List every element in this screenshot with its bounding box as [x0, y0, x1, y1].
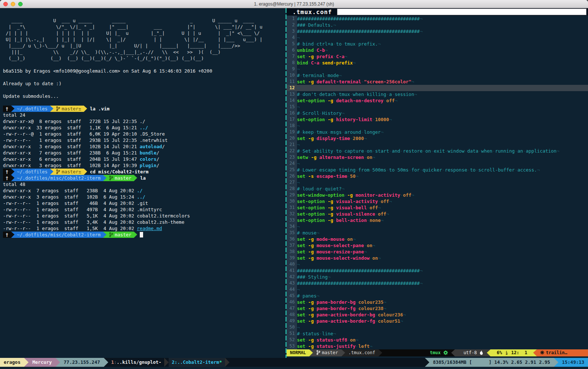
token-e: ¬: [372, 154, 375, 160]
vim-code-line[interactable]: 45#·panes¬: [287, 293, 588, 299]
vim-code-line[interactable]: 39set·-g·mouse-select-window·on¬: [287, 255, 588, 261]
token-c: #: [297, 186, 300, 192]
dir-slash: /: [162, 144, 165, 149]
vim-code-line[interactable]: 33set-option·-g·bell-action·none¬: [287, 217, 588, 223]
vim-code-line[interactable]: 42###·Styling¬: [287, 274, 588, 280]
minimize-button[interactable]: [11, 2, 15, 6]
vim-cursor-line[interactable]: 12¬: [287, 85, 588, 91]
token-e: ¬: [412, 192, 414, 198]
vim-code-line[interactable]: 41######################################…: [287, 267, 588, 274]
vim-code-line[interactable]: 9¬: [287, 66, 588, 72]
vim-code-line[interactable]: 3#######################################…: [287, 28, 588, 34]
vim-code-line[interactable]: 20set·-g·display-time·2000¬: [287, 135, 588, 142]
vim-code-line[interactable]: 25#·Lower·escape·timing·from·500ms·to·50…: [287, 167, 588, 173]
vim-code-line[interactable]: 50¬: [287, 324, 588, 330]
vim-code-line[interactable]: 28#·loud·or·quiet?¬: [287, 186, 588, 192]
token-c: loud: [303, 186, 314, 192]
vim-code-line[interactable]: 5#·bind·ctrl+a·to·tmux·prefix.¬: [287, 41, 588, 47]
vim-code-line[interactable]: 40¬: [287, 261, 588, 267]
powerline-arrow: [84, 106, 87, 112]
vim-code-line[interactable]: 29set-window-option·-g·monitor-activity·…: [287, 192, 588, 198]
vim-code-line[interactable]: 32set-option·-g·visual-silence·off¬: [287, 211, 588, 217]
line-number: 6: [287, 47, 297, 53]
vim-code-line[interactable]: 47set·-g·pane-border-fg·colour238¬: [287, 305, 588, 312]
vim-tab-tmux-conf[interactable]: .tmux.conf: [287, 9, 332, 16]
vim-code-line[interactable]: 48set·-g·pane-active-border-bg·colour236…: [287, 312, 588, 318]
space-dot: ·: [350, 136, 353, 141]
vim-code-line[interactable]: 26set·-s·escape-time·50¬: [287, 173, 588, 179]
vim-code-line[interactable]: 37set·-g·mouse-select-pane·on¬: [287, 242, 588, 249]
vim-code-line[interactable]: 30set-option·-g·visual-activity·off¬: [287, 198, 588, 205]
token-k: set-option: [297, 199, 325, 204]
shell-pane[interactable]: ____ U ___ u _____ _____ _ U _____ u ___…: [0, 8, 285, 358]
token-c: quicker: [423, 167, 442, 173]
line-number: 2: [287, 22, 297, 28]
vim-code-line[interactable]: 19#·keep·tmux·msgs·around·longer¬: [287, 129, 588, 135]
vim-code-line[interactable]: 15¬: [287, 104, 588, 110]
vim-code-line[interactable]: 17set-option·-g·history-limit·10000¬: [287, 116, 588, 123]
git-commit-line: b6a515b by Eragos <mfo1009@googlemail.co…: [3, 68, 212, 74]
terminal-cursor: [140, 232, 143, 237]
token-y: -g: [328, 205, 333, 210]
file-name[interactable]: readme.md: [137, 226, 162, 231]
vim-code-line[interactable]: 43######################################…: [287, 280, 588, 286]
vim-code-line[interactable]: 38set·-g·mouse-resize-pane¬: [287, 249, 588, 255]
vim-code-line[interactable]: 6unbind·C-b¬: [287, 47, 588, 53]
space-dot: ·: [336, 167, 339, 173]
vim-code-line[interactable]: 46set·-g·pane-border-bg·colour235¬: [287, 299, 588, 305]
vim-code-line[interactable]: 18¬: [287, 123, 588, 129]
close-button[interactable]: [3, 2, 8, 6]
line-number: 9: [287, 66, 297, 72]
vim-buffer[interactable]: 1#######################################…: [287, 16, 588, 349]
powerline-arrow: [225, 358, 229, 367]
vim-code-line[interactable]: 44¬: [287, 286, 588, 293]
vim-code-line[interactable]: 8bind·C-a·send-prefix¬: [287, 60, 588, 66]
vim-code-line[interactable]: 1#######################################…: [287, 16, 588, 22]
space-dot: ·: [314, 236, 317, 242]
vim-code-line[interactable]: 13#·don't·detach·tmux·when·killing·a·ses…: [287, 91, 588, 97]
vim-code-line[interactable]: 22#·Set·ability·to·capture·on·start·and·…: [287, 148, 588, 154]
line-number: 8: [287, 60, 297, 66]
token-k: set: [297, 136, 305, 141]
vim-code-line[interactable]: 7set·-g·prefix·C-a¬: [287, 53, 588, 60]
token-o: display-time: [317, 136, 350, 141]
vim-code-line[interactable]: 49set·-g·pane-active-border-fg·colour51¬: [287, 318, 588, 324]
space-dot: ·: [314, 306, 317, 311]
token-o: visual-bell: [336, 205, 367, 210]
vim-code-line[interactable]: 4¬: [287, 34, 588, 41]
tmux-window-1[interactable]: 1:..kills/gnuplot-: [108, 358, 164, 367]
zoom-button[interactable]: [18, 2, 23, 6]
token-e: ¬: [364, 249, 367, 255]
tmux-window-2[interactable]: 2:..Cobalt2-iterm*: [169, 358, 225, 367]
space-dot: ·: [319, 110, 322, 116]
vim-pane[interactable]: .tmux.conf 1############################…: [287, 8, 588, 358]
vim-code-line[interactable]: 52set·-g·status-utf8·on¬: [287, 337, 588, 343]
vim-code-line[interactable]: 21¬: [287, 142, 588, 148]
token-e: ¬: [414, 92, 417, 97]
vim-code-line[interactable]: 53set·-g·status-justify·left¬: [287, 343, 588, 349]
vim-code-line[interactable]: 35#·mouse¬: [287, 230, 588, 236]
code-tokens: set-option·-g·visual-silence·off¬: [297, 211, 389, 217]
vim-code-line[interactable]: 24¬: [287, 160, 588, 167]
terminal-blank-line: [3, 74, 285, 80]
token-y: -g: [328, 98, 333, 103]
space-dot: ·: [341, 129, 344, 135]
token-c: to: [336, 148, 341, 154]
code-tokens: ###·Styling¬: [297, 274, 330, 280]
vim-code-line[interactable]: 16#·Scroll·History¬: [287, 110, 588, 116]
vim-code-line[interactable]: 34¬: [287, 223, 588, 230]
vim-code-line[interactable]: 14set-option·-g·detach-on-destroy·off¬: [287, 97, 588, 104]
token-e: ¬: [386, 211, 389, 217]
vim-code-line[interactable]: 23setw·-g·alternate-screen·on¬: [287, 154, 588, 160]
vim-code-line[interactable]: 27¬: [287, 179, 588, 186]
vim-code-line[interactable]: 36set·-g·mode-mouse·on¬: [287, 236, 588, 242]
vim-code-line[interactable]: 11set·-g·default-terminal·"screen-256col…: [287, 79, 588, 85]
vim-code-line[interactable]: 2###·Defaults.¬: [287, 22, 588, 28]
powerline-arrow: [11, 232, 14, 238]
token-e: ¬: [389, 199, 392, 204]
vim-code-line[interactable]: 10#·terminal·mode¬: [287, 72, 588, 79]
token-c: bind: [303, 41, 314, 47]
vim-code-line[interactable]: 51#·status·line¬: [287, 330, 588, 337]
vim-code-line[interactable]: 31set-option·-g·visual-bell·off¬: [287, 205, 588, 211]
token-c: tmux: [317, 129, 328, 135]
